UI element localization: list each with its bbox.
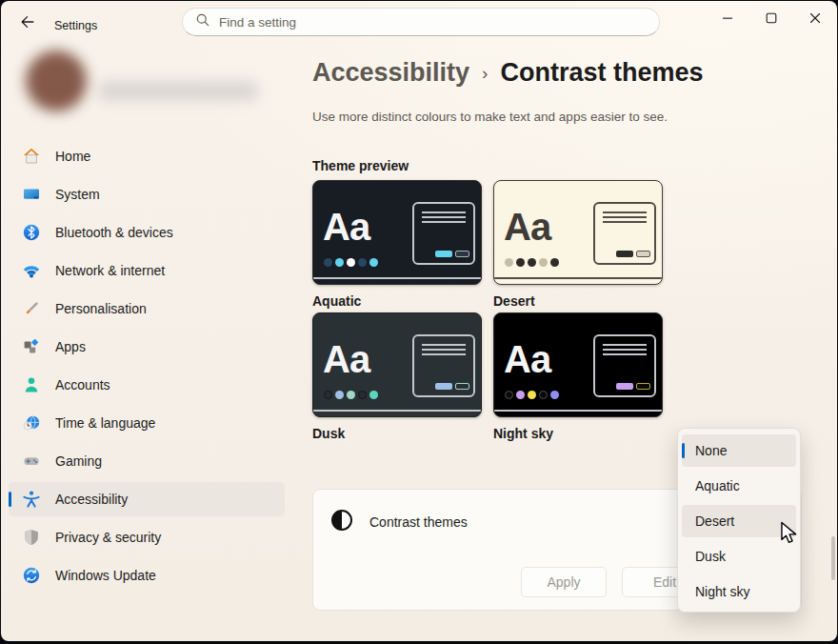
maximize-button[interactable]	[749, 1, 793, 39]
theme-color-dots	[324, 391, 378, 399]
dropdown-item-dusk[interactable]: Dusk	[682, 540, 796, 573]
scrollbar-thumb[interactable]	[831, 536, 835, 580]
theme-thumbnail[interactable]: Aa	[493, 180, 663, 285]
theme-mini-taskbar	[494, 277, 662, 279]
page-title: Contrast themes	[500, 58, 703, 88]
sidebar-item-accessibility[interactable]: Accessibility	[9, 482, 285, 516]
sidebar-item-label: Accessibility	[55, 492, 128, 507]
sidebar-item-windows-update[interactable]: Windows Update	[9, 558, 285, 593]
personalisation-icon	[22, 299, 41, 318]
sidebar-item-label: Gaming	[55, 453, 102, 469]
contrast-theme-dropdown: None Aquatic Desert Dusk Night sky	[677, 428, 801, 613]
theme-mini-taskbar	[313, 410, 481, 412]
sidebar-item-label: Privacy & security	[55, 530, 161, 545]
windows-update-icon	[22, 566, 41, 585]
search-icon	[195, 12, 210, 31]
bluetooth-icon	[22, 223, 41, 242]
sidebar-item-apps[interactable]: Apps	[9, 330, 285, 364]
minimize-icon	[719, 10, 736, 30]
theme-thumbnail[interactable]: Aa	[312, 180, 482, 285]
contrast-theme-icon	[330, 509, 353, 535]
sidebar-item-personalisation[interactable]: Personalisation	[9, 292, 285, 326]
theme-card-desert[interactable]: Aa Desert	[493, 180, 663, 309]
user-name-blurred	[98, 81, 258, 101]
privacy-security-icon	[22, 528, 41, 547]
dropdown-item-night-sky[interactable]: Night sky	[682, 575, 796, 608]
minimize-button[interactable]	[706, 1, 749, 39]
gaming-icon	[22, 452, 41, 471]
dropdown-item-none[interactable]: None	[682, 434, 796, 467]
theme-sample-text: Aa	[504, 336, 550, 382]
sidebar-item-network-internet[interactable]: Network & internet	[9, 253, 285, 288]
search-placeholder: Find a setting	[219, 15, 296, 30]
chevron-right-icon: ›	[482, 63, 488, 84]
sidebar-item-accounts[interactable]: Accounts	[9, 368, 285, 402]
theme-name: Aquatic	[312, 293, 482, 309]
accessibility-icon	[22, 490, 41, 509]
sidebar-item-privacy-security[interactable]: Privacy & security	[9, 520, 285, 554]
maximize-icon	[763, 10, 780, 30]
app-title: Settings	[54, 19, 97, 32]
theme-name: Night sky	[493, 426, 663, 441]
theme-thumbnail[interactable]: Aa	[312, 312, 482, 417]
theme-card-dusk[interactable]: Aa Dusk	[312, 312, 482, 441]
titlebar: Settings Find a setting	[1, 1, 837, 47]
sidebar-item-label: Bluetooth & devices	[55, 225, 173, 240]
dropdown-item-aquatic[interactable]: Aquatic	[682, 470, 796, 502]
sidebar-item-bluetooth-devices[interactable]: Bluetooth & devices	[9, 215, 285, 250]
theme-color-dots	[505, 258, 559, 267]
sidebar-item-system[interactable]: System	[9, 177, 285, 211]
theme-sample-text: Aa	[504, 204, 550, 250]
theme-sample-text: Aa	[323, 204, 369, 250]
apps-icon	[22, 337, 41, 356]
user-avatar[interactable]	[26, 50, 87, 111]
theme-mini-window	[412, 202, 475, 265]
system-icon	[22, 185, 41, 204]
sidebar-nav: Home System Bluetooth & devices Network …	[9, 139, 285, 596]
sidebar-item-label: Network & internet	[55, 263, 165, 278]
sidebar-item-label: Time & language	[55, 415, 155, 431]
breadcrumb: Accessibility › Contrast themes	[312, 58, 703, 88]
theme-mini-taskbar	[313, 277, 481, 279]
theme-name: Desert	[493, 293, 663, 309]
theme-name: Dusk	[312, 426, 482, 441]
time-language-icon	[22, 413, 41, 433]
close-icon	[807, 10, 824, 30]
theme-color-dots	[505, 391, 559, 399]
sidebar-item-label: Personalisation	[55, 301, 147, 316]
theme-mini-taskbar	[494, 410, 662, 412]
theme-sample-text: Aa	[323, 336, 369, 382]
page-description: Use more distinct colours to make text a…	[312, 110, 668, 124]
sidebar: Home System Bluetooth & devices Network …	[1, 47, 298, 641]
theme-color-dots	[324, 258, 378, 267]
sidebar-item-label: Accounts	[55, 377, 110, 392]
theme-card-aquatic[interactable]: Aa Aquatic	[312, 180, 482, 309]
theme-thumbnail[interactable]: Aa	[493, 312, 663, 417]
back-button[interactable]	[12, 10, 43, 37]
theme-mini-window	[593, 202, 656, 265]
apply-button[interactable]: Apply	[521, 567, 607, 597]
theme-mini-window	[593, 334, 656, 397]
close-button[interactable]	[793, 1, 837, 39]
network-icon	[22, 261, 41, 280]
dropdown-item-desert[interactable]: Desert	[682, 505, 796, 537]
window-controls	[706, 1, 837, 39]
sidebar-item-label: Apps	[55, 339, 86, 354]
home-icon	[22, 147, 41, 166]
theme-card-night-sky[interactable]: Aa Night sky	[493, 312, 663, 441]
sidebar-item-home[interactable]: Home	[9, 139, 285, 173]
search-input[interactable]: Find a setting	[182, 8, 660, 36]
sidebar-item-gaming[interactable]: Gaming	[9, 444, 285, 478]
sidebar-item-label: Windows Update	[55, 568, 156, 583]
accounts-icon	[22, 375, 41, 394]
sidebar-item-label: System	[55, 187, 100, 202]
settings-window: Settings Find a setting	[1, 1, 837, 641]
breadcrumb-parent[interactable]: Accessibility	[312, 58, 469, 88]
back-arrow-icon	[19, 13, 36, 34]
sidebar-item-label: Home	[55, 149, 90, 164]
theme-preview-label: Theme preview	[312, 158, 409, 173]
mouse-cursor-icon	[780, 521, 801, 549]
theme-mini-window	[412, 334, 475, 397]
sidebar-item-time-language[interactable]: Time & language	[9, 406, 285, 440]
contrast-themes-label: Contrast themes	[369, 514, 468, 530]
